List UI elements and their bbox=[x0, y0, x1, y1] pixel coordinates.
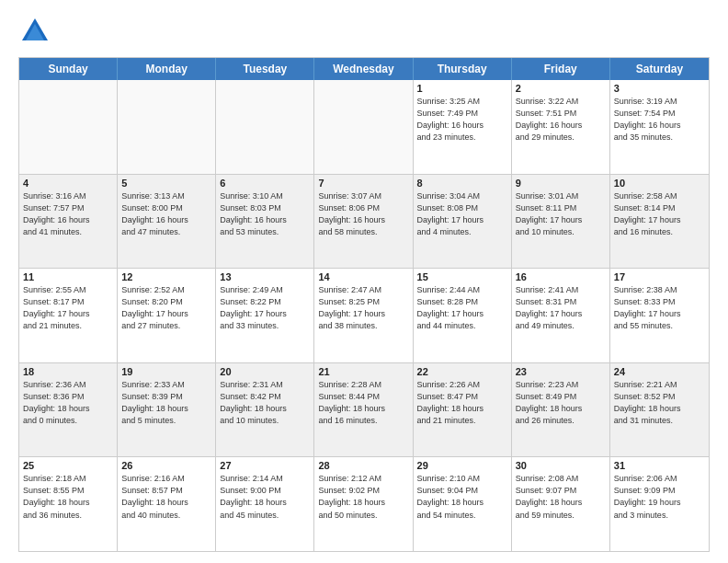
day-number: 4 bbox=[23, 178, 113, 189]
day-cell-10: 10Sunrise: 2:58 AM Sunset: 8:14 PM Dayli… bbox=[610, 175, 709, 269]
day-info: Sunrise: 2:10 AM Sunset: 9:04 PM Dayligh… bbox=[417, 473, 507, 521]
day-info: Sunrise: 2:38 AM Sunset: 8:33 PM Dayligh… bbox=[614, 284, 705, 332]
day-number: 25 bbox=[23, 460, 113, 471]
day-info: Sunrise: 3:04 AM Sunset: 8:08 PM Dayligh… bbox=[417, 190, 507, 238]
day-cell-17: 17Sunrise: 2:38 AM Sunset: 8:33 PM Dayli… bbox=[610, 269, 709, 362]
day-number: 2 bbox=[516, 83, 606, 94]
day-cell-29: 29Sunrise: 2:10 AM Sunset: 9:04 PM Dayli… bbox=[414, 457, 512, 551]
day-info: Sunrise: 2:26 AM Sunset: 8:47 PM Dayligh… bbox=[417, 379, 507, 427]
day-number: 10 bbox=[614, 178, 705, 189]
day-info: Sunrise: 2:55 AM Sunset: 8:17 PM Dayligh… bbox=[23, 284, 113, 332]
day-cell-30: 30Sunrise: 2:08 AM Sunset: 9:07 PM Dayli… bbox=[512, 457, 610, 551]
day-number: 22 bbox=[417, 366, 507, 377]
day-cell-22: 22Sunrise: 2:26 AM Sunset: 8:47 PM Dayli… bbox=[414, 363, 512, 457]
empty-cell-0-0 bbox=[19, 80, 118, 174]
day-number: 29 bbox=[417, 460, 507, 471]
day-number: 23 bbox=[516, 366, 606, 377]
day-number: 12 bbox=[121, 271, 211, 282]
day-number: 14 bbox=[318, 271, 408, 282]
day-info: Sunrise: 2:23 AM Sunset: 8:49 PM Dayligh… bbox=[516, 379, 606, 427]
day-cell-20: 20Sunrise: 2:31 AM Sunset: 8:42 PM Dayli… bbox=[216, 363, 314, 457]
day-info: Sunrise: 3:19 AM Sunset: 7:54 PM Dayligh… bbox=[614, 96, 705, 144]
day-cell-12: 12Sunrise: 2:52 AM Sunset: 8:20 PM Dayli… bbox=[118, 269, 216, 362]
day-cell-16: 16Sunrise: 2:41 AM Sunset: 8:31 PM Dayli… bbox=[512, 269, 610, 362]
day-info: Sunrise: 2:08 AM Sunset: 9:07 PM Dayligh… bbox=[516, 473, 606, 521]
day-info: Sunrise: 2:49 AM Sunset: 8:22 PM Dayligh… bbox=[220, 284, 310, 332]
calendar-row-1: 4Sunrise: 3:16 AM Sunset: 7:57 PM Daylig… bbox=[19, 174, 709, 269]
day-number: 1 bbox=[417, 83, 507, 94]
day-cell-13: 13Sunrise: 2:49 AM Sunset: 8:22 PM Dayli… bbox=[216, 269, 314, 362]
day-info: Sunrise: 2:12 AM Sunset: 9:02 PM Dayligh… bbox=[318, 473, 408, 521]
day-number: 17 bbox=[614, 271, 705, 282]
day-number: 13 bbox=[220, 271, 310, 282]
logo bbox=[18, 15, 57, 48]
day-number: 26 bbox=[121, 460, 211, 471]
day-info: Sunrise: 3:01 AM Sunset: 8:11 PM Dayligh… bbox=[516, 190, 606, 238]
day-number: 15 bbox=[417, 271, 507, 282]
header-day-saturday: Saturday bbox=[610, 58, 709, 80]
day-cell-7: 7Sunrise: 3:07 AM Sunset: 8:06 PM Daylig… bbox=[314, 175, 413, 269]
header-day-monday: Monday bbox=[118, 58, 216, 80]
calendar-header: SundayMondayTuesdayWednesdayThursdayFrid… bbox=[19, 58, 709, 80]
day-cell-18: 18Sunrise: 2:36 AM Sunset: 8:36 PM Dayli… bbox=[19, 363, 118, 457]
day-cell-19: 19Sunrise: 2:33 AM Sunset: 8:39 PM Dayli… bbox=[118, 363, 216, 457]
day-cell-2: 2Sunrise: 3:22 AM Sunset: 7:51 PM Daylig… bbox=[512, 80, 610, 174]
day-info: Sunrise: 2:33 AM Sunset: 8:39 PM Dayligh… bbox=[121, 379, 211, 427]
day-info: Sunrise: 3:16 AM Sunset: 7:57 PM Dayligh… bbox=[23, 190, 113, 238]
day-number: 7 bbox=[318, 178, 408, 189]
day-info: Sunrise: 3:22 AM Sunset: 7:51 PM Dayligh… bbox=[516, 96, 606, 144]
day-number: 11 bbox=[23, 271, 113, 282]
header-day-friday: Friday bbox=[512, 58, 610, 80]
day-number: 8 bbox=[417, 178, 507, 189]
empty-cell-0-1 bbox=[118, 80, 216, 174]
day-number: 16 bbox=[516, 271, 606, 282]
calendar-body: 1Sunrise: 3:25 AM Sunset: 7:49 PM Daylig… bbox=[19, 80, 709, 551]
day-cell-14: 14Sunrise: 2:47 AM Sunset: 8:25 PM Dayli… bbox=[314, 269, 413, 362]
day-info: Sunrise: 2:06 AM Sunset: 9:09 PM Dayligh… bbox=[614, 473, 705, 521]
header-day-thursday: Thursday bbox=[414, 58, 512, 80]
day-info: Sunrise: 2:47 AM Sunset: 8:25 PM Dayligh… bbox=[318, 284, 408, 332]
day-cell-25: 25Sunrise: 2:18 AM Sunset: 8:55 PM Dayli… bbox=[19, 457, 118, 551]
day-cell-11: 11Sunrise: 2:55 AM Sunset: 8:17 PM Dayli… bbox=[19, 269, 118, 362]
day-number: 5 bbox=[121, 178, 211, 189]
calendar: SundayMondayTuesdayWednesdayThursdayFrid… bbox=[18, 57, 710, 552]
day-number: 19 bbox=[121, 366, 211, 377]
day-number: 21 bbox=[318, 366, 408, 377]
day-cell-4: 4Sunrise: 3:16 AM Sunset: 7:57 PM Daylig… bbox=[19, 175, 118, 269]
day-info: Sunrise: 3:13 AM Sunset: 8:00 PM Dayligh… bbox=[121, 190, 211, 238]
day-cell-15: 15Sunrise: 2:44 AM Sunset: 8:28 PM Dayli… bbox=[414, 269, 512, 362]
day-info: Sunrise: 2:21 AM Sunset: 8:52 PM Dayligh… bbox=[614, 379, 705, 427]
header bbox=[18, 15, 710, 48]
day-info: Sunrise: 2:41 AM Sunset: 8:31 PM Dayligh… bbox=[516, 284, 606, 332]
day-cell-9: 9Sunrise: 3:01 AM Sunset: 8:11 PM Daylig… bbox=[512, 175, 610, 269]
day-cell-28: 28Sunrise: 2:12 AM Sunset: 9:02 PM Dayli… bbox=[314, 457, 413, 551]
day-number: 20 bbox=[220, 366, 310, 377]
day-number: 31 bbox=[614, 460, 705, 471]
header-day-wednesday: Wednesday bbox=[314, 58, 413, 80]
header-day-tuesday: Tuesday bbox=[216, 58, 314, 80]
day-cell-26: 26Sunrise: 2:16 AM Sunset: 8:57 PM Dayli… bbox=[118, 457, 216, 551]
calendar-row-2: 11Sunrise: 2:55 AM Sunset: 8:17 PM Dayli… bbox=[19, 268, 709, 362]
day-cell-23: 23Sunrise: 2:23 AM Sunset: 8:49 PM Dayli… bbox=[512, 363, 610, 457]
day-info: Sunrise: 2:28 AM Sunset: 8:44 PM Dayligh… bbox=[318, 379, 408, 427]
day-cell-3: 3Sunrise: 3:19 AM Sunset: 7:54 PM Daylig… bbox=[610, 80, 709, 174]
day-cell-27: 27Sunrise: 2:14 AM Sunset: 9:00 PM Dayli… bbox=[216, 457, 314, 551]
calendar-row-0: 1Sunrise: 3:25 AM Sunset: 7:49 PM Daylig… bbox=[19, 80, 709, 174]
day-info: Sunrise: 2:16 AM Sunset: 8:57 PM Dayligh… bbox=[121, 473, 211, 521]
day-info: Sunrise: 2:52 AM Sunset: 8:20 PM Dayligh… bbox=[121, 284, 211, 332]
day-cell-31: 31Sunrise: 2:06 AM Sunset: 9:09 PM Dayli… bbox=[610, 457, 709, 551]
day-number: 3 bbox=[614, 83, 705, 94]
day-number: 27 bbox=[220, 460, 310, 471]
day-info: Sunrise: 3:07 AM Sunset: 8:06 PM Dayligh… bbox=[318, 190, 408, 238]
day-number: 9 bbox=[516, 178, 606, 189]
empty-cell-0-3 bbox=[314, 80, 413, 174]
day-info: Sunrise: 2:31 AM Sunset: 8:42 PM Dayligh… bbox=[220, 379, 310, 427]
logo-icon bbox=[18, 15, 51, 48]
day-number: 30 bbox=[516, 460, 606, 471]
day-number: 28 bbox=[318, 460, 408, 471]
empty-cell-0-2 bbox=[216, 80, 314, 174]
calendar-row-4: 25Sunrise: 2:18 AM Sunset: 8:55 PM Dayli… bbox=[19, 456, 709, 551]
calendar-row-3: 18Sunrise: 2:36 AM Sunset: 8:36 PM Dayli… bbox=[19, 362, 709, 457]
day-cell-8: 8Sunrise: 3:04 AM Sunset: 8:08 PM Daylig… bbox=[414, 175, 512, 269]
day-info: Sunrise: 2:44 AM Sunset: 8:28 PM Dayligh… bbox=[417, 284, 507, 332]
